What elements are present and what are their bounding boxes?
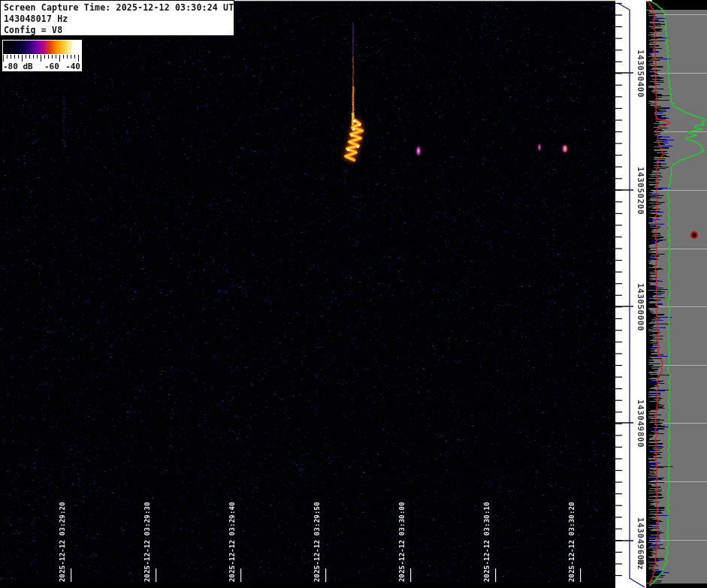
db-label-40: -40 — [65, 62, 80, 71]
colormap-tick-ruler — [3, 55, 81, 62]
capture-frequency-text: 143048017 Hz — [4, 14, 234, 25]
colormap-gradient-bar — [3, 41, 81, 54]
spectrogram-canvas — [0, 0, 615, 588]
intensity-color-scale: -80 dB -60 -40 — [2, 39, 83, 72]
capture-info-box: Screen Capture Time: 2025-12-12 03:30:24… — [0, 0, 234, 36]
capture-time-text: Screen Capture Time: 2025-12-12 03:30:24… — [4, 2, 234, 14]
frequency-axis-canvas — [615, 0, 646, 588]
db-label-60: -60 — [44, 62, 59, 71]
spectrum-side-panel-canvas — [646, 0, 707, 588]
db-label-80: -80 dB — [3, 62, 33, 71]
config-text: Config = V8 — [4, 25, 234, 36]
spectrogram-app-window: 2025-12-12 03:29:202025-12-12 03:29:3020… — [0, 0, 707, 588]
